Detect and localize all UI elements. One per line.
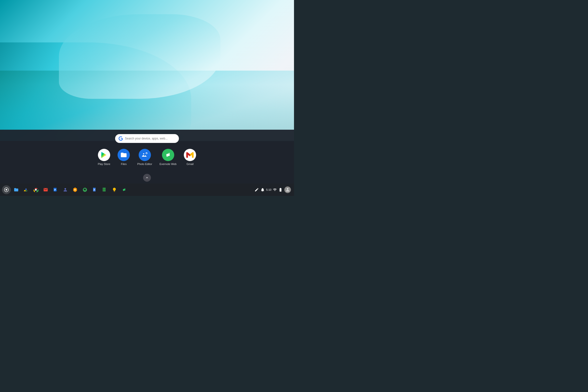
- svg-point-5: [6, 189, 7, 191]
- taskbar-gmail[interactable]: [41, 185, 50, 194]
- photo-editor-icon: ★: [139, 149, 151, 161]
- taskbar: 9 ✿: [0, 184, 294, 196]
- taskbar-docs[interactable]: [90, 185, 99, 194]
- search-input[interactable]: [125, 137, 175, 140]
- play-store-label: Play Store: [98, 162, 110, 166]
- taskbar-keep[interactable]: 9: [51, 185, 60, 194]
- evernote-label: Evernote Web: [160, 162, 177, 166]
- taskbar-files[interactable]: [12, 185, 21, 194]
- notification-icon[interactable]: [260, 188, 265, 192]
- svg-rect-23: [103, 190, 106, 190]
- expand-arrow[interactable]: [143, 174, 151, 182]
- wifi-icon[interactable]: [273, 188, 277, 192]
- taskbar-sheets[interactable]: [100, 185, 109, 194]
- svg-rect-16: [94, 188, 95, 188]
- app-item-gmail[interactable]: Gmail: [184, 149, 196, 166]
- taskbar-hex[interactable]: ✿: [71, 185, 80, 194]
- taskbar-hangouts[interactable]: [81, 185, 89, 194]
- svg-rect-24: [104, 188, 104, 192]
- taskbar-launcher-button[interactable]: [2, 185, 11, 194]
- svg-rect-22: [103, 189, 106, 190]
- taskbar-right: 5:10: [254, 186, 292, 193]
- search-bar[interactable]: [115, 134, 179, 143]
- files-icon: [118, 149, 130, 161]
- svg-rect-8: [54, 188, 56, 188]
- taskbar-contacts[interactable]: [61, 185, 70, 194]
- taskbar-keep-notes[interactable]: [110, 185, 119, 194]
- taskbar-drive[interactable]: [22, 185, 31, 194]
- battery-icon[interactable]: [278, 188, 283, 192]
- taskbar-evernote[interactable]: [120, 185, 129, 194]
- user-avatar[interactable]: [284, 186, 291, 193]
- app-item-play-store[interactable]: Play Store: [98, 149, 110, 166]
- svg-text:✿: ✿: [74, 189, 76, 191]
- app-item-evernote[interactable]: Evernote Web: [160, 149, 177, 166]
- time-display: 5:10: [266, 188, 271, 191]
- stylus-icon[interactable]: [254, 188, 259, 192]
- svg-point-1: [143, 153, 144, 154]
- google-g-icon: [119, 136, 123, 141]
- app-item-photo-editor[interactable]: ★ Photo Editor: [137, 149, 152, 166]
- files-label: Files: [121, 162, 127, 166]
- app-item-files[interactable]: Files: [118, 149, 130, 166]
- app-shelf: Play Store Files ★ Photo Ed: [98, 149, 196, 166]
- svg-text:9: 9: [56, 190, 57, 192]
- taskbar-chrome[interactable]: [32, 185, 40, 194]
- play-store-icon: [98, 149, 110, 161]
- gmail-label: Gmail: [186, 162, 194, 166]
- photo-editor-label: Photo Editor: [137, 162, 152, 166]
- evernote-icon: [162, 149, 174, 161]
- svg-rect-21: [103, 188, 106, 189]
- wallpaper: [0, 0, 294, 141]
- gmail-icon: [184, 149, 196, 161]
